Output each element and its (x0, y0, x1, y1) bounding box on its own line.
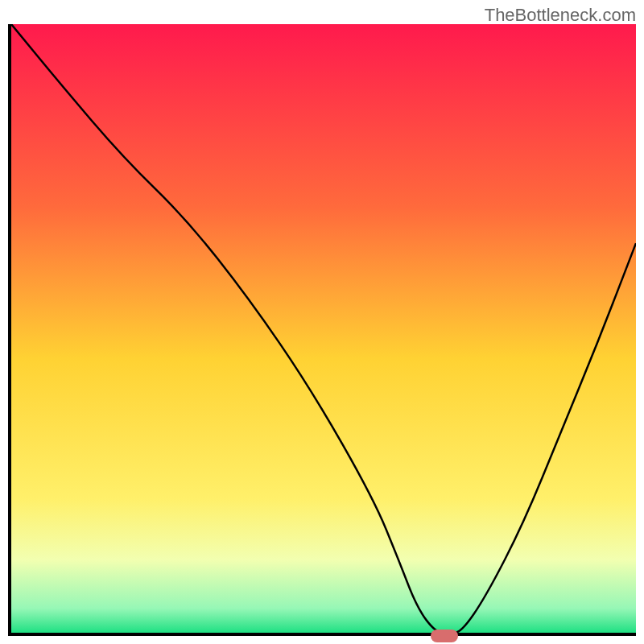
bottleneck-chart: TheBottleneck.com (0, 0, 644, 644)
curve-layer (11, 24, 636, 633)
watermark-label: TheBottleneck.com (485, 5, 636, 26)
plot-area (8, 24, 636, 636)
bottleneck-curve-path (11, 24, 636, 633)
optimal-marker (431, 630, 458, 642)
